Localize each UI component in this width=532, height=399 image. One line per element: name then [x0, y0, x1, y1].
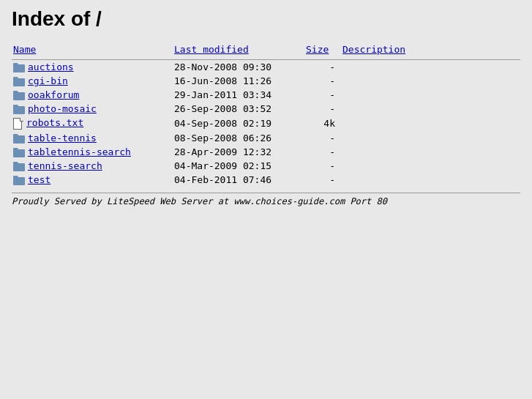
table-row: ooakforum29-Jan-2011 03:34-	[12, 88, 520, 102]
file-description	[341, 145, 520, 159]
file-link[interactable]: robots.txt	[26, 117, 83, 128]
folder-icon	[13, 176, 25, 185]
modified-date: 04-Feb-2011 07:46	[173, 173, 304, 187]
file-link[interactable]: tennis-search	[28, 160, 102, 171]
folder-icon	[13, 148, 25, 157]
folder-icon	[13, 77, 25, 86]
file-description	[341, 131, 520, 145]
file-size: -	[304, 145, 341, 159]
table-row: tennis-search04-Mar-2009 02:15-	[12, 159, 520, 173]
table-row: test04-Feb-2011 07:46-	[12, 173, 520, 187]
file-description	[341, 60, 520, 75]
modified-date: 26-Sep-2008 03:52	[173, 102, 304, 116]
file-listing-table: Name Last modified Size Description auct…	[12, 42, 520, 187]
file-description	[341, 88, 520, 102]
file-description	[341, 173, 520, 187]
sort-description-link[interactable]: Description	[342, 44, 405, 55]
file-link[interactable]: table-tennis	[28, 133, 97, 143]
folder-icon	[13, 105, 25, 114]
file-icon	[13, 118, 23, 130]
file-size: 4k	[304, 116, 341, 131]
table-row: table-tennis08-Sep-2008 06:26-	[12, 131, 520, 145]
file-size: -	[304, 159, 341, 173]
table-row: auctions28-Nov-2008 09:30-	[12, 60, 520, 75]
file-size: -	[304, 102, 341, 116]
modified-date: 28-Apr-2009 12:32	[173, 145, 304, 159]
folder-icon	[13, 134, 25, 143]
file-link[interactable]: test	[28, 174, 50, 185]
modified-date: 04-Mar-2009 02:15	[173, 159, 304, 173]
table-row: tabletennis-search28-Apr-2009 12:32-	[12, 145, 520, 159]
page-heading: Index of /	[12, 7, 520, 31]
file-size: -	[304, 74, 341, 88]
file-link[interactable]: cgi-bin	[28, 75, 68, 86]
modified-date: 04-Sep-2008 02:19	[173, 116, 304, 131]
file-size: -	[304, 88, 341, 102]
sort-name-link[interactable]: Name	[13, 44, 36, 55]
sort-size-link[interactable]: Size	[306, 44, 329, 55]
modified-date: 28-Nov-2008 09:30	[173, 60, 304, 75]
file-description	[341, 102, 520, 116]
file-link[interactable]: photo-mosaic	[28, 103, 97, 114]
file-description	[341, 159, 520, 173]
file-link[interactable]: auctions	[28, 61, 74, 72]
file-size: -	[304, 173, 341, 187]
file-link[interactable]: ooakforum	[28, 89, 79, 100]
modified-date: 29-Jan-2011 03:34	[173, 88, 304, 102]
file-size: -	[304, 60, 341, 75]
file-description	[341, 116, 520, 131]
table-row: photo-mosaic26-Sep-2008 03:52-	[12, 102, 520, 116]
sort-modified-link[interactable]: Last modified	[174, 44, 249, 55]
file-description	[341, 74, 520, 88]
folder-icon	[13, 162, 25, 171]
modified-date: 08-Sep-2008 06:26	[173, 131, 304, 145]
folder-icon	[13, 91, 25, 100]
file-size: -	[304, 131, 341, 145]
folder-icon	[13, 63, 25, 72]
footer-text: Proudly Served by LiteSpeed Web Server a…	[12, 193, 520, 206]
file-link[interactable]: tabletennis-search	[28, 146, 131, 157]
modified-date: 16-Jun-2008 11:26	[173, 74, 304, 88]
table-row: robots.txt04-Sep-2008 02:194k	[12, 116, 520, 131]
table-row: cgi-bin16-Jun-2008 11:26-	[12, 74, 520, 88]
